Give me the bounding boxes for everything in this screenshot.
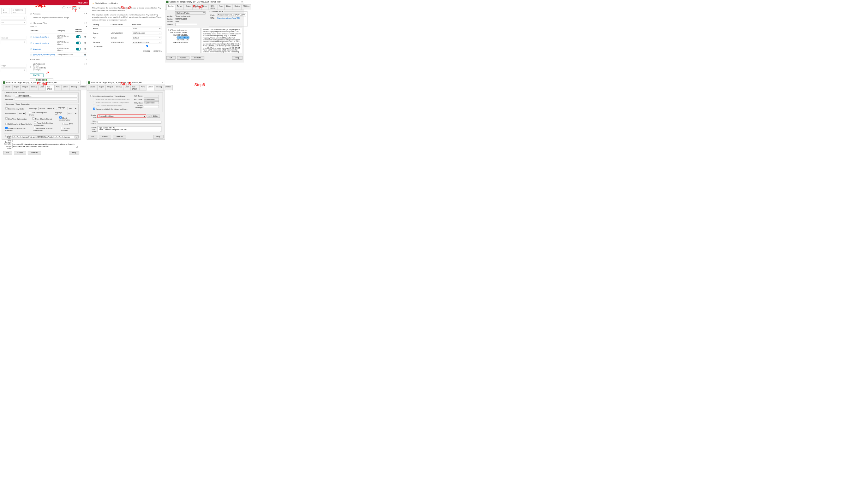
tab-device[interactable]: Device	[88, 85, 97, 91]
add-button[interactable]: ⊕ ADD	[1, 8, 9, 14]
file-link[interactable]: ti_msp_dl_config.c	[33, 36, 49, 38]
dropdown-1[interactable]: ∨	[1, 16, 26, 20]
confirm-button[interactable]: CONFIRM	[153, 50, 162, 52]
package-select[interactable]: VSSOP-28(DGS28)▾	[132, 41, 161, 44]
selected-device[interactable]: MSPM0L1105	[177, 36, 189, 38]
tab-linker[interactable]: Linker	[62, 85, 70, 91]
tab-output[interactable]: Output	[21, 85, 29, 91]
expand-icon[interactable]: ⤢	[84, 13, 85, 15]
shortenum-check[interactable]	[59, 117, 62, 119]
close-icon[interactable]: ✕	[78, 81, 79, 83]
langcpp-select[interactable]: c++11	[67, 112, 77, 115]
tab-cc[interactable]: C/C++ (AC6)	[131, 85, 139, 91]
browse-button[interactable]: ...	[147, 115, 151, 118]
diswarn-input[interactable]	[144, 105, 159, 108]
history-icon[interactable]: ↺	[78, 6, 80, 10]
device-tree[interactable]: ⊟ ◈ Texas Instruments ⊟ ♦ MSPM0L Series …	[167, 28, 201, 53]
board-select[interactable]: None▾	[132, 27, 161, 30]
file-link[interactable]: ti_msp_dl_config.h	[33, 42, 49, 44]
more-icon[interactable]: ⋮	[82, 6, 85, 10]
help-button[interactable]: Help	[153, 135, 163, 139]
tab-asm[interactable]: Asm	[54, 85, 61, 91]
mem-layout-check[interactable]	[90, 95, 92, 97]
tab-cc[interactable]: C/C++ (AC6)	[209, 4, 217, 10]
defaults-button[interactable]: Defaults	[28, 151, 41, 155]
ok-button[interactable]: OK	[88, 135, 97, 139]
remove-all-button[interactable]: ⊟ REMOVE ALL	[11, 8, 26, 14]
ok-button[interactable]: OK	[166, 56, 176, 60]
tab-debug[interactable]: Debug	[233, 4, 242, 10]
include-paths-input[interactable]	[12, 136, 75, 139]
tab-utilities[interactable]: Utilities	[164, 85, 172, 91]
define-input[interactable]	[15, 95, 77, 97]
expand-icon[interactable]: ⤢	[84, 22, 85, 24]
ropos-check[interactable]	[34, 122, 36, 124]
tab-debug[interactable]: Debug	[70, 85, 78, 91]
tab-output[interactable]: Output	[106, 85, 114, 91]
part-select[interactable]: Default▾	[132, 36, 161, 40]
opt-select[interactable]: -O2	[17, 112, 25, 115]
langc-select[interactable]: c99	[67, 107, 77, 110]
tab-linker[interactable]: Linker	[147, 85, 155, 91]
defaults-button[interactable]: Defaults	[113, 135, 126, 139]
file-link[interactable]: gpio_input_capture.syscfg	[33, 53, 55, 56]
switch-button[interactable]: SWITCH	[30, 74, 43, 77]
tab-output[interactable]: Output	[184, 4, 193, 10]
cancel-button[interactable]: CANCEL	[143, 50, 150, 52]
save-icon[interactable]: 💾	[82, 42, 87, 44]
dropdown-4[interactable]: ∨	[1, 68, 26, 72]
dropdown-demand[interactable]: EMAND	[1, 36, 26, 40]
close-icon[interactable]: ✕	[241, 1, 243, 3]
cancel-button[interactable]: Cancel	[14, 151, 26, 155]
misc-input[interactable]	[12, 139, 78, 142]
split-check[interactable]	[5, 123, 7, 125]
tab-device[interactable]: Device	[166, 4, 175, 10]
device-select[interactable]: MSPM0L134X▾	[132, 32, 161, 35]
info-icon[interactable]: ⓘ	[62, 6, 65, 10]
pack-field[interactable]	[217, 14, 246, 16]
ok-button[interactable]: OK	[3, 151, 12, 155]
tab-debug[interactable]: Debug	[155, 85, 163, 91]
turn-warn-check[interactable]	[29, 111, 31, 113]
close-icon[interactable]: ✕	[86, 13, 87, 15]
rtti-check[interactable]	[62, 123, 65, 125]
rwpos-check[interactable]	[33, 127, 35, 129]
dropdown-p0[interactable]: P0∨	[1, 20, 26, 24]
code-icon[interactable]: <>	[67, 6, 71, 10]
dropdown-trst[interactable]: TRST	[1, 64, 26, 68]
include-toggle[interactable]	[76, 48, 81, 50]
lto-check[interactable]	[5, 118, 7, 120]
url-link[interactable]: https://www.ti.com/msp430/	[217, 17, 240, 19]
expand-icon[interactable]: ⤢	[84, 63, 85, 65]
sw-packs-select[interactable]: Software Packs	[175, 11, 205, 15]
help-button[interactable]: Help	[232, 56, 243, 60]
tab-utilities[interactable]: Utilities	[242, 4, 251, 10]
dropdown-3[interactable]: ∨	[1, 40, 26, 44]
edit-button[interactable]: Edit...	[152, 115, 160, 118]
restart-button[interactable]: RESTART	[78, 1, 88, 4]
tab-asm[interactable]: Asm	[217, 4, 224, 10]
save-icon[interactable]: 💾	[82, 53, 87, 56]
tab-linker[interactable]: Linker	[225, 4, 233, 10]
close-icon[interactable]: ✕	[86, 22, 87, 24]
include-toggle[interactable]	[76, 35, 81, 38]
close-icon[interactable]: ✕	[86, 63, 87, 65]
lock-pinmux-check[interactable]	[146, 45, 148, 47]
help-button[interactable]: Help	[69, 151, 79, 155]
misc-input[interactable]	[97, 121, 162, 124]
tab-target[interactable]: Target	[176, 4, 184, 10]
tab-utilities[interactable]: Utilities	[79, 85, 88, 91]
noauto-check[interactable]	[61, 127, 63, 129]
tab-target[interactable]: Target	[97, 85, 105, 91]
defaults-button[interactable]: Defaults	[191, 56, 204, 60]
close-icon[interactable]: ✕	[162, 81, 164, 83]
cancel-button[interactable]: Cancel	[177, 56, 189, 60]
oneelf-check[interactable]	[5, 127, 7, 129]
cancel-button[interactable]: Cancel	[99, 135, 111, 139]
copy-icon[interactable]: ⧉	[86, 58, 87, 60]
scatter-select[interactable]: .\mspm0l1105.sct	[97, 114, 147, 118]
exec-only-check[interactable]	[5, 107, 7, 109]
browse-button[interactable]: ...	[75, 135, 79, 139]
save-icon[interactable]: 💾	[82, 48, 87, 50]
tab-device[interactable]: Device	[3, 85, 12, 91]
